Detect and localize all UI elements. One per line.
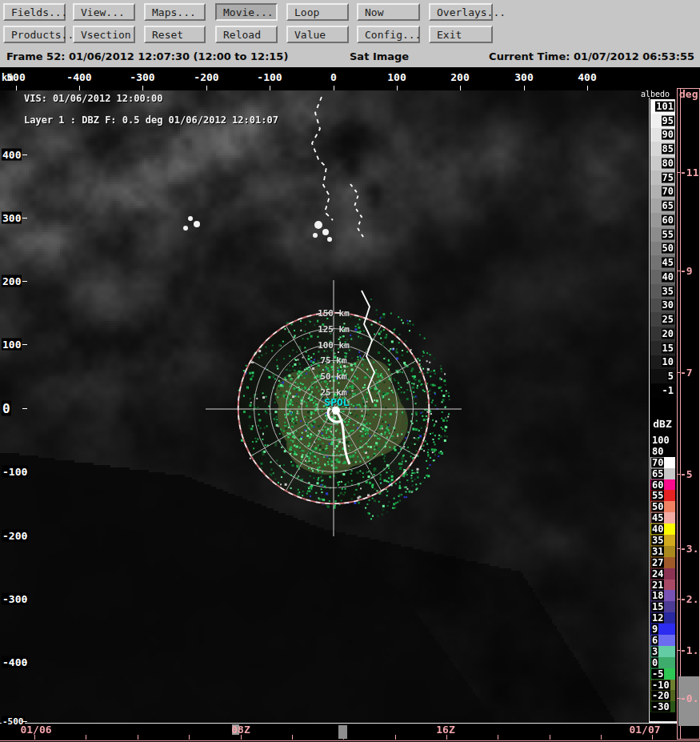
albedo-cell: 25 (650, 312, 675, 327)
menu-button-reset[interactable]: Reset (144, 26, 206, 43)
elevation-scale-track[interactable] (677, 88, 700, 740)
ruler-tick-label: 200 (450, 71, 469, 83)
dbz-cell: 15 (650, 601, 675, 612)
dbz-cell: 6 (650, 635, 675, 646)
dbz-cell-value: 3 (651, 646, 658, 656)
left-axis-tick (22, 408, 27, 409)
albedo-cell-value: 80 (662, 158, 674, 168)
ruler-tick-label: 500 (6, 71, 25, 83)
ruler-tick-label: 100 (387, 71, 406, 83)
range-ring-label: 75 km (320, 355, 346, 366)
dbz-cell-value: -10 (651, 680, 670, 690)
dbz-cell-value: 6 (651, 635, 658, 645)
time-slider-thumb[interactable] (338, 725, 347, 739)
left-axis-label: 100 (2, 339, 22, 351)
menu-button-maps[interactable]: Maps... (144, 3, 206, 21)
field-name-label: Sat Image (350, 50, 409, 62)
dbz-scale-title: dBZ (649, 418, 676, 430)
dbz-cell: 3 (650, 646, 675, 657)
albedo-cell: 75 (650, 170, 675, 185)
time-tick-mark (550, 735, 550, 740)
menu-button-config[interactable]: Config... (357, 26, 420, 43)
dbz-cell-value: 65 (651, 468, 664, 479)
dbz-cell-value: 45 (651, 513, 664, 523)
deg-scale-title: deg (679, 88, 698, 100)
menu-button-now[interactable]: Now (357, 3, 420, 21)
dbz-cell-value: 80 (651, 446, 664, 456)
albedo-cell: 10 (650, 355, 675, 370)
dbz-cell: 12 (650, 612, 675, 624)
elevation-tick-label: -5 (680, 468, 693, 480)
menu-button-exit[interactable]: Exit (429, 26, 493, 43)
dbz-cell-value: 0 (651, 657, 658, 668)
dbz-cell: 100 (650, 435, 675, 446)
elevation-tick-label: -11 (680, 166, 698, 178)
albedo-colorbar[interactable]: 1019590858075706560555045403530252015105… (650, 99, 675, 398)
albedo-cell-value: 50 (662, 243, 674, 254)
status-bar: Frame 52: 01/06/2012 12:07:30 (12:00 to … (0, 48, 700, 67)
albedo-cell: -1 (650, 383, 675, 398)
range-ring-label: 100 km (318, 340, 350, 351)
albedo-cell-value: 35 (662, 286, 674, 296)
ruler-tick-label: 300 (514, 71, 533, 83)
ruler-tick-label: -300 (130, 71, 154, 83)
vis-field-timestamp-overlay: VIS: 01/06/2012 12:00:00 (24, 93, 162, 104)
dbz-cell: 65 (650, 468, 675, 479)
dbz-cell: 18 (650, 590, 675, 601)
albedo-cell: 101 (650, 99, 675, 114)
menu-button-vsection[interactable]: Vsection (73, 26, 135, 43)
ruler-tick-label: 0 (330, 71, 337, 83)
dbz-cell: 50 (650, 501, 675, 512)
ruler-tick-label: -100 (257, 71, 282, 83)
albedo-cell: 65 (650, 199, 675, 213)
dbz-cell: -5 (650, 668, 675, 680)
time-axis-label: 01/06 (20, 724, 51, 736)
menu-button-view[interactable]: View... (73, 3, 135, 21)
time-tick-mark (138, 735, 138, 740)
dbz-cell-value: 70 (651, 457, 664, 467)
time-axis-label: 16Z (436, 724, 454, 736)
menu-button-loop[interactable]: Loop (286, 3, 349, 21)
time-scrollbar[interactable] (0, 723, 700, 742)
albedo-cell-value: 65 (662, 201, 674, 211)
dbz-cell-value: 31 (651, 546, 664, 556)
time-bar-bottom-line (0, 740, 700, 741)
albedo-cell: 95 (650, 114, 675, 128)
elevation-scale-inner-line (680, 89, 681, 739)
menu-button-reload[interactable]: Reload (215, 26, 278, 43)
albedo-cell: 40 (650, 270, 675, 284)
elevation-tick-label: -9 (680, 265, 693, 277)
dbz-cell: 70 (650, 457, 675, 468)
time-tick-mark (86, 735, 86, 740)
albedo-cell-value: 85 (662, 144, 674, 154)
time-tick-mark (601, 735, 602, 740)
albedo-cell-value: 5 (667, 371, 674, 382)
menu-button-value[interactable]: Value (286, 26, 349, 43)
dbz-cell-value: 21 (651, 580, 664, 590)
elevation-tick-label: -7 (680, 367, 693, 379)
menu-button-overlays[interactable]: Overlays... (429, 3, 493, 21)
elevation-tick-label: -2.5 (680, 593, 700, 605)
dbz-cell-value: 9 (651, 624, 658, 635)
dbz-colorbar[interactable]: 100807065605550454035312724211815129630-… (650, 435, 675, 712)
time-axis-label: 01/07 (629, 724, 660, 736)
dbz-cell: 80 (650, 446, 675, 457)
menu-button-movie[interactable]: Movie... (215, 3, 278, 21)
dbz-cell: 0 (650, 657, 675, 668)
range-ring-label: 150 km (318, 308, 350, 319)
albedo-cell-value: 101 (655, 101, 674, 111)
albedo-cell: 45 (650, 255, 675, 270)
albedo-cell: 5 (650, 369, 675, 383)
radar-site-label: SPOL (324, 396, 349, 408)
dbz-cell: 9 (650, 624, 675, 635)
menu-button-products[interactable]: Products... (3, 26, 66, 43)
left-axis-tick (22, 599, 27, 600)
albedo-cell: 60 (650, 213, 675, 227)
left-axis-label: 300 (2, 212, 22, 224)
menu-button-fields[interactable]: Fields... (3, 3, 66, 21)
albedo-cell-value: 15 (662, 343, 674, 353)
elevation-tick-label: -0.5 (680, 692, 700, 704)
dbz-cell-value: 40 (651, 524, 664, 535)
dbz-cell: -10 (650, 680, 675, 691)
dbz-cell: 60 (650, 479, 675, 491)
